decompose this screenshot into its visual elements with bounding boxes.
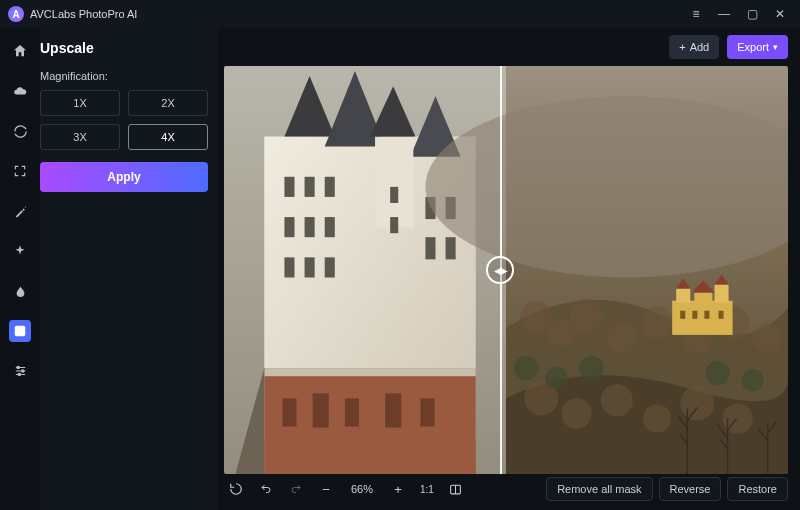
zoom-level: 66% bbox=[344, 483, 380, 495]
plus-icon: + bbox=[679, 41, 685, 53]
home-icon[interactable] bbox=[9, 40, 31, 62]
svg-rect-25 bbox=[425, 237, 435, 259]
svg-point-44 bbox=[753, 323, 783, 353]
main-area: + Add Export ▾ bbox=[218, 28, 800, 510]
rotate-icon[interactable] bbox=[9, 120, 31, 142]
svg-point-54 bbox=[705, 361, 729, 385]
svg-point-40 bbox=[607, 323, 637, 353]
svg-point-52 bbox=[545, 367, 567, 389]
add-button[interactable]: + Add bbox=[669, 35, 719, 59]
mag-2x[interactable]: 2X bbox=[128, 90, 208, 116]
svg-rect-65 bbox=[704, 311, 709, 319]
svg-rect-33 bbox=[420, 398, 434, 426]
magnification-label: Magnification: bbox=[40, 70, 208, 82]
svg-rect-16 bbox=[305, 217, 315, 237]
app-title: AVCLabs PhotoPro AI bbox=[30, 8, 137, 20]
svg-rect-28 bbox=[264, 368, 475, 376]
cloud-upload-icon[interactable] bbox=[9, 80, 31, 102]
droplet-icon[interactable] bbox=[9, 280, 31, 302]
svg-rect-13 bbox=[305, 177, 315, 197]
svg-rect-61 bbox=[694, 293, 712, 303]
export-button[interactable]: Export ▾ bbox=[727, 35, 788, 59]
maximize-button[interactable]: ▢ bbox=[738, 3, 766, 25]
svg-rect-15 bbox=[284, 217, 294, 237]
svg-point-2 bbox=[21, 370, 23, 372]
compare-slider-handle[interactable]: ◀▶ bbox=[486, 256, 514, 284]
svg-rect-20 bbox=[325, 257, 335, 277]
apply-button[interactable]: Apply bbox=[40, 162, 208, 192]
svg-rect-57 bbox=[676, 289, 690, 303]
svg-rect-0 bbox=[15, 326, 26, 337]
sliders-icon[interactable] bbox=[9, 360, 31, 382]
svg-point-47 bbox=[601, 384, 633, 416]
svg-rect-19 bbox=[305, 257, 315, 277]
close-button[interactable]: ✕ bbox=[766, 3, 794, 25]
svg-point-37 bbox=[520, 302, 552, 334]
bottom-toolbar: − 66% + 1:1 Remove all mask Reverse Rest… bbox=[218, 474, 800, 510]
mag-1x[interactable]: 1X bbox=[40, 90, 120, 116]
page-title: Upscale bbox=[40, 38, 208, 70]
svg-rect-26 bbox=[446, 237, 456, 259]
svg-point-49 bbox=[680, 386, 714, 420]
svg-rect-29 bbox=[282, 398, 296, 426]
nav-rail bbox=[0, 28, 40, 510]
svg-rect-64 bbox=[692, 311, 697, 319]
upscale-icon[interactable] bbox=[9, 320, 31, 342]
svg-rect-12 bbox=[284, 177, 294, 197]
menu-icon[interactable]: ≡ bbox=[682, 3, 710, 25]
svg-point-53 bbox=[580, 356, 604, 380]
reverse-button[interactable]: Reverse bbox=[659, 477, 722, 501]
sparkle-icon[interactable] bbox=[9, 240, 31, 262]
svg-rect-30 bbox=[313, 393, 329, 427]
svg-point-39 bbox=[569, 299, 603, 333]
restore-button[interactable]: Restore bbox=[727, 477, 788, 501]
svg-rect-21 bbox=[390, 187, 398, 203]
svg-point-46 bbox=[561, 398, 591, 428]
svg-point-3 bbox=[18, 373, 20, 375]
svg-rect-22 bbox=[390, 217, 398, 233]
magnification-grid: 1X 2X 3X 4X bbox=[40, 90, 208, 150]
svg-point-48 bbox=[643, 404, 671, 432]
svg-point-41 bbox=[641, 307, 673, 339]
mag-4x[interactable]: 4X bbox=[128, 124, 208, 150]
zoom-out-icon[interactable]: − bbox=[314, 478, 338, 500]
svg-point-1 bbox=[17, 366, 19, 368]
svg-rect-10 bbox=[375, 136, 413, 227]
image-compare-viewer[interactable]: ◀▶ bbox=[224, 66, 788, 474]
title-bar: A AVCLabs PhotoPro AI ≡ — ▢ ✕ bbox=[0, 0, 800, 28]
svg-point-55 bbox=[742, 369, 764, 391]
svg-rect-66 bbox=[718, 311, 723, 319]
svg-point-51 bbox=[514, 356, 538, 380]
chevron-down-icon: ▾ bbox=[773, 42, 778, 52]
svg-rect-31 bbox=[345, 398, 359, 426]
svg-rect-14 bbox=[325, 177, 335, 197]
settings-panel: Upscale Magnification: 1X 2X 3X 4X Apply bbox=[40, 28, 218, 510]
svg-rect-63 bbox=[680, 311, 685, 319]
svg-rect-32 bbox=[385, 393, 401, 427]
minimize-button[interactable]: — bbox=[710, 3, 738, 25]
compare-toggle-icon[interactable] bbox=[444, 478, 468, 500]
svg-rect-59 bbox=[714, 285, 728, 303]
svg-rect-18 bbox=[284, 257, 294, 277]
app-logo-icon: A bbox=[8, 6, 24, 22]
export-label: Export bbox=[737, 41, 769, 53]
add-label: Add bbox=[690, 41, 710, 53]
top-toolbar: + Add Export ▾ bbox=[218, 28, 800, 66]
reset-rotate-icon[interactable] bbox=[224, 478, 248, 500]
redo-icon[interactable] bbox=[284, 478, 308, 500]
magic-wand-icon[interactable] bbox=[9, 200, 31, 222]
zoom-1to1-button[interactable]: 1:1 bbox=[416, 478, 438, 500]
mag-3x[interactable]: 3X bbox=[40, 124, 120, 150]
remove-mask-button[interactable]: Remove all mask bbox=[546, 477, 652, 501]
zoom-in-icon[interactable]: + bbox=[386, 478, 410, 500]
svg-rect-17 bbox=[325, 217, 335, 237]
expand-icon[interactable] bbox=[9, 160, 31, 182]
undo-icon[interactable] bbox=[254, 478, 278, 500]
